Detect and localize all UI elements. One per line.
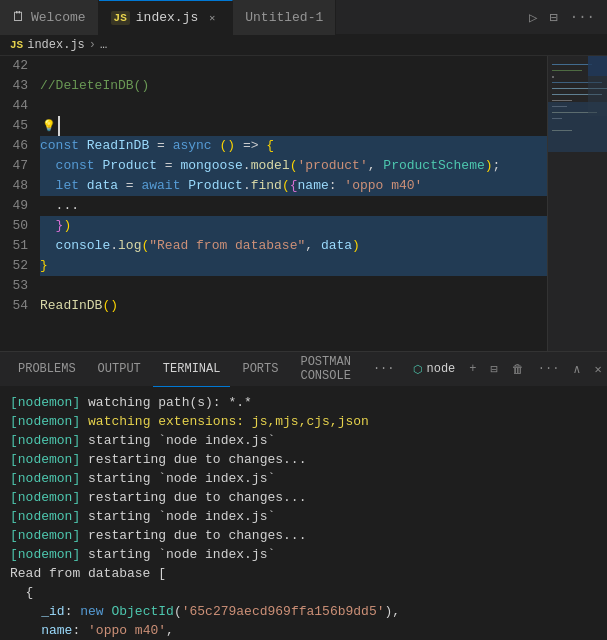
code-line-46: const ReadInDB = async () => { <box>40 136 547 156</box>
close-panel-btn[interactable]: ✕ <box>590 360 607 379</box>
panel-tab-problems[interactable]: PROBLEMS <box>8 352 86 387</box>
editor: 42 43 44 45 46 47 48 49 50 51 52 53 54 /… <box>0 56 607 351</box>
code-line-50: }) <box>40 216 547 236</box>
node-label: ⬡ node <box>408 360 460 378</box>
indexjs-tab-close[interactable]: ✕ <box>204 10 220 26</box>
tab-untitled[interactable]: Untitled-1 <box>233 0 336 35</box>
chevron-up-icon: ∧ <box>573 362 580 377</box>
new-terminal-btn[interactable]: + <box>464 360 481 378</box>
panel-tab-more[interactable]: ··· <box>363 352 405 387</box>
split-editor-icon[interactable]: ⊟ <box>545 7 561 28</box>
code-line-52: } <box>40 256 547 276</box>
panel-tab-output[interactable]: OUTPUT <box>88 352 151 387</box>
code-line-54: ReadInDB() <box>40 296 547 316</box>
svg-rect-1 <box>552 64 592 65</box>
tab-bar-actions: ▷ ⊟ ··· <box>525 7 607 28</box>
code-line-45: 💡 <box>40 116 547 136</box>
terminal-line: [nodemon] starting `node index.js` <box>10 431 597 450</box>
terminal-line: [nodemon] restarting due to changes... <box>10 450 597 469</box>
terminal-line: name: 'oppo m40', <box>10 621 597 640</box>
code-line-43: //DeleteInDB() <box>40 76 547 96</box>
indexjs-tab-label: index.js <box>136 10 198 25</box>
node-icon: ⬡ <box>413 363 423 376</box>
line-numbers: 42 43 44 45 46 47 48 49 50 51 52 53 54 <box>0 56 36 351</box>
code-line-48: let data = await Product.find({name: 'op… <box>40 176 547 196</box>
code-line-49: ... <box>40 196 547 216</box>
breadcrumb-item: … <box>100 38 107 52</box>
tab-bar: 🗒 Welcome JS index.js ✕ Untitled-1 ▷ ⊟ ·… <box>0 0 607 35</box>
code-line-42 <box>40 56 547 76</box>
svg-rect-14 <box>588 56 607 76</box>
panel-tab-terminal[interactable]: TERMINAL <box>153 352 231 387</box>
tab-welcome[interactable]: 🗒 Welcome <box>0 0 99 35</box>
more-icon[interactable]: ··· <box>566 7 599 27</box>
terminal-more-btn[interactable]: ··· <box>533 360 565 378</box>
code-line-53 <box>40 276 547 296</box>
terminal-line: _id: new ObjectId('65c279aecd969ffa156b9… <box>10 602 597 621</box>
lightbulb-icon: 💡 <box>42 116 56 136</box>
terminal-line: [nodemon] watching path(s): *.* <box>10 393 597 412</box>
split-terminal-btn[interactable]: ⊟ <box>486 360 503 379</box>
panel-actions: ⬡ node + ⊟ 🗑 ··· ∧ ✕ <box>408 360 606 379</box>
terminal-line: [nodemon] starting `node index.js` <box>10 507 597 526</box>
panel-tab-postman[interactable]: POSTMAN CONSOLE <box>290 352 360 387</box>
breadcrumb-sep: › <box>89 38 96 52</box>
close-icon: ✕ <box>595 362 602 377</box>
ellipsis-icon: ··· <box>538 362 560 376</box>
welcome-tab-label: Welcome <box>31 10 86 25</box>
terminal-line: [nodemon] starting `node index.js` <box>10 469 597 488</box>
svg-rect-3 <box>552 76 554 78</box>
breadcrumb-file[interactable]: index.js <box>27 38 85 52</box>
svg-rect-2 <box>552 70 582 71</box>
code-line-44 <box>40 96 547 116</box>
run-icon[interactable]: ▷ <box>525 7 541 28</box>
minimap-svg <box>548 56 607 351</box>
breadcrumb-file-icon: JS <box>10 39 23 51</box>
tab-indexjs[interactable]: JS index.js ✕ <box>99 0 234 35</box>
panel-tab-ports[interactable]: PORTS <box>232 352 288 387</box>
trash-icon: 🗑 <box>512 362 524 377</box>
panel-tabs: PROBLEMS OUTPUT TERMINAL PORTS POSTMAN C… <box>0 352 607 387</box>
welcome-tab-icon: 🗒 <box>12 10 25 25</box>
kill-terminal-btn[interactable]: 🗑 <box>507 360 529 379</box>
code-area[interactable]: //DeleteInDB() 💡 const ReadInDB = async … <box>36 56 547 351</box>
indexjs-tab-icon: JS <box>111 11 130 25</box>
breadcrumb: JS index.js › … <box>0 35 607 56</box>
terminal-line: [nodemon] watching extensions: js,mjs,cj… <box>10 412 597 431</box>
terminal-line: [nodemon] starting `node index.js` <box>10 545 597 564</box>
minimap <box>547 56 607 351</box>
terminal-line: [nodemon] restarting due to changes... <box>10 526 597 545</box>
terminal-line: Read from database [ <box>10 564 597 583</box>
terminal-output[interactable]: [nodemon] watching path(s): *.* [nodemon… <box>0 387 607 640</box>
svg-rect-7 <box>552 100 572 101</box>
bottom-panel: PROBLEMS OUTPUT TERMINAL PORTS POSTMAN C… <box>0 351 607 640</box>
terminal-line: [nodemon] restarting due to changes... <box>10 488 597 507</box>
untitled-tab-label: Untitled-1 <box>245 10 323 25</box>
maximize-panel-btn[interactable]: ∧ <box>568 360 585 379</box>
plus-icon: + <box>469 362 476 376</box>
code-line-51: console.log("Read from database", data) <box>40 236 547 256</box>
code-line-47: const Product = mongoose.model('product'… <box>40 156 547 176</box>
split-icon: ⊟ <box>491 362 498 377</box>
terminal-line: { <box>10 583 597 602</box>
